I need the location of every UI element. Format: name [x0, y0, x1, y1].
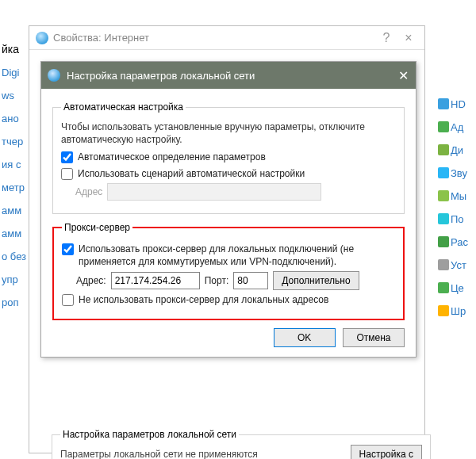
use-proxy-label: Использовать прокси-сервер для локальных… — [79, 243, 395, 268]
cancel-button[interactable]: Отмена — [343, 328, 405, 347]
lan-settings-bottom-group: Настройка параметров локальной сети Пара… — [52, 429, 431, 459]
bg-link[interactable]: Рас — [438, 236, 474, 248]
bg-link[interactable]: aно — [2, 113, 27, 124]
script-address-label: Адрес — [75, 186, 102, 197]
lan-settings-bottom-legend: Настройка параметров локальной сети — [60, 429, 239, 440]
advanced-button[interactable]: Дополнительно — [273, 271, 359, 290]
proxy-port-input[interactable] — [233, 272, 268, 289]
bg-link[interactable]: Шр — [438, 305, 474, 317]
ok-button[interactable]: OK — [274, 328, 336, 347]
lan-settings-titlebar: Настройка параметров локальной сети ✕ — [41, 62, 416, 89]
category-icon — [438, 236, 449, 247]
lan-settings-bottom-text: Параметры локальной сети не применяются — [60, 449, 258, 459]
category-icon — [438, 259, 449, 270]
close-button[interactable]: ✕ — [390, 62, 416, 89]
bg-link[interactable]: Ди — [438, 144, 474, 156]
bg-link[interactable]: По — [438, 213, 474, 225]
category-icon — [438, 121, 449, 132]
category-icon — [438, 282, 449, 293]
bypass-local-checkbox[interactable] — [62, 294, 74, 306]
auto-detect-label: Автоматическое определение параметров — [78, 151, 266, 163]
bg-link[interactable]: Digi — [2, 67, 27, 78]
dialog-button-row: OK Отмена — [52, 328, 405, 347]
bg-link[interactable]: Це — [438, 282, 474, 294]
dialog-title: Настройка параметров локальной сети — [67, 70, 390, 82]
category-icon — [438, 167, 449, 178]
bypass-local-label: Не использовать прокси-сервер для локаль… — [79, 293, 328, 306]
bg-header: йка — [2, 43, 27, 55]
use-script-row: Использовать сценарий автоматической нас… — [61, 167, 396, 180]
lan-settings-dialog: Настройка параметров локальной сети ✕ Ав… — [40, 61, 416, 358]
bg-link[interactable]: метр — [2, 182, 27, 193]
bg-link[interactable]: ия с — [2, 159, 27, 170]
close-button[interactable]: × — [397, 31, 420, 45]
internet-properties-window: Свойства: Интернет ? × Настройка парамет… — [29, 25, 425, 453]
proxy-group: Прокси-сервер Использовать прокси-сервер… — [52, 222, 405, 321]
bg-link[interactable]: Зву — [438, 167, 474, 179]
auto-detect-row: Автоматическое определение параметров — [61, 151, 396, 163]
lan-settings-bottom-row: Параметры локальной сети не применяются … — [60, 445, 422, 459]
proxy-port-label: Порт: — [205, 275, 229, 286]
category-icon — [438, 98, 449, 109]
help-button[interactable]: ? — [375, 31, 397, 45]
category-icon — [438, 144, 449, 155]
use-proxy-checkbox[interactable] — [62, 243, 74, 255]
window-title: Свойства: Интернет — [53, 32, 375, 44]
use-script-label: Использовать сценарий автоматической нас… — [78, 167, 305, 180]
network-icon — [48, 69, 60, 82]
use-proxy-row: Использовать прокси-сервер для локальных… — [62, 243, 395, 268]
bg-link[interactable]: Уст — [438, 259, 474, 271]
auto-config-legend: Автоматическая настройка — [61, 101, 186, 113]
auto-config-group: Автоматическая настройка Чтобы использов… — [52, 101, 405, 214]
bg-link[interactable]: амм — [2, 205, 27, 216]
proxy-address-row: Адрес: Порт: Дополнительно — [76, 271, 395, 290]
bg-link[interactable]: упр — [2, 273, 27, 285]
bg-link[interactable]: тчер — [2, 136, 27, 147]
bg-link[interactable]: Ад — [438, 121, 474, 133]
proxy-address-input[interactable] — [111, 272, 200, 289]
internet-properties-titlebar: Свойства: Интернет ? × — [29, 26, 424, 50]
page-right-fragments: HDАдДиЗвуМыПоРасУстЦеШр — [438, 87, 474, 328]
page-left-fragments: йка Digi ws aно тчер ия с метр амм амм о… — [2, 32, 27, 319]
script-address-input — [107, 183, 321, 201]
bg-link[interactable]: ws — [2, 90, 27, 101]
category-icon — [438, 190, 449, 201]
use-script-checkbox[interactable] — [61, 168, 73, 180]
bg-link[interactable]: роп — [2, 296, 27, 308]
auto-detect-checkbox[interactable] — [61, 151, 73, 163]
category-icon — [438, 305, 449, 316]
globe-icon — [36, 32, 48, 44]
bg-link[interactable]: о без — [2, 251, 27, 262]
proxy-address-label: Адрес: — [76, 275, 106, 286]
bg-link[interactable]: амм — [2, 228, 27, 239]
lan-settings-button[interactable]: Настройка с — [351, 445, 422, 459]
bg-link[interactable]: Мы — [438, 190, 474, 202]
dialog-body: Автоматическая настройка Чтобы использов… — [41, 89, 416, 357]
proxy-legend: Прокси-сервер — [62, 222, 132, 233]
script-address-row: Адрес — [75, 183, 396, 201]
bypass-local-row: Не использовать прокси-сервер для локаль… — [62, 293, 395, 306]
auto-config-hint: Чтобы использовать установленные вручную… — [61, 120, 396, 146]
bg-link[interactable]: HD — [438, 98, 474, 110]
category-icon — [438, 213, 449, 224]
